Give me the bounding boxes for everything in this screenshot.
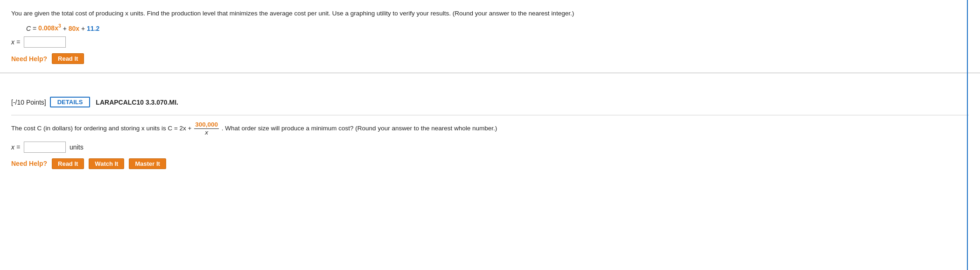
section2: [-/10 Points] DETAILS LARAPCALC10 3.3.07… bbox=[0, 88, 980, 177]
answer-row2: x = units bbox=[11, 142, 969, 153]
eq1-plus1: + bbox=[63, 24, 69, 32]
problem2-text: The cost C (in dollars) for ordering and… bbox=[11, 121, 969, 136]
eq1-plus2: + bbox=[81, 24, 87, 32]
spacer bbox=[0, 73, 980, 88]
read-it-button1[interactable]: Read It bbox=[52, 53, 84, 64]
need-help-label1: Need Help? bbox=[11, 55, 47, 63]
details-badge: DETAILS bbox=[50, 97, 91, 107]
answer-label1: x = bbox=[11, 38, 20, 46]
fraction-numerator: 300,000 bbox=[194, 121, 219, 129]
section2-header: [-/10 Points] DETAILS LARAPCALC10 3.3.07… bbox=[11, 97, 969, 107]
eq1-term2: 80x bbox=[69, 24, 79, 32]
fraction-denominator: x bbox=[205, 129, 208, 136]
need-help-row2: Need Help? Read It Watch It Master It bbox=[11, 158, 969, 169]
fraction: 300,000 x bbox=[194, 121, 219, 136]
need-help-row1: Need Help? Read It bbox=[11, 53, 969, 64]
units-label: units bbox=[70, 143, 84, 151]
answer-label2: x = bbox=[11, 143, 20, 151]
read-it-button2[interactable]: Read It bbox=[52, 158, 84, 169]
problem-id: LARAPCALC10 3.3.070.MI. bbox=[96, 99, 178, 106]
eq1-term1: 0.008x3 bbox=[38, 24, 61, 32]
answer-input2[interactable] bbox=[24, 142, 66, 153]
points-label: [-/10 Points] bbox=[11, 99, 46, 106]
master-it-button[interactable]: Master It bbox=[129, 158, 166, 169]
eq1-c: C bbox=[26, 24, 31, 32]
problem1-text: You are given the total cost of producin… bbox=[11, 8, 969, 19]
equation1: C = 0.008x3 + 80x + 11.2 bbox=[26, 23, 969, 32]
watch-it-button[interactable]: Watch It bbox=[89, 158, 124, 169]
answer-row1: x = bbox=[11, 36, 969, 48]
eq1-term3: 11.2 bbox=[87, 24, 99, 32]
problem2-text-after: . What order size will produce a minimum… bbox=[222, 125, 497, 132]
need-help-label2: Need Help? bbox=[11, 160, 47, 167]
answer-input1[interactable] bbox=[24, 36, 66, 48]
problem2-text-before: The cost C (in dollars) for ordering and… bbox=[11, 125, 193, 132]
section1: You are given the total cost of producin… bbox=[0, 0, 980, 73]
eq1-equals: = bbox=[33, 24, 38, 32]
